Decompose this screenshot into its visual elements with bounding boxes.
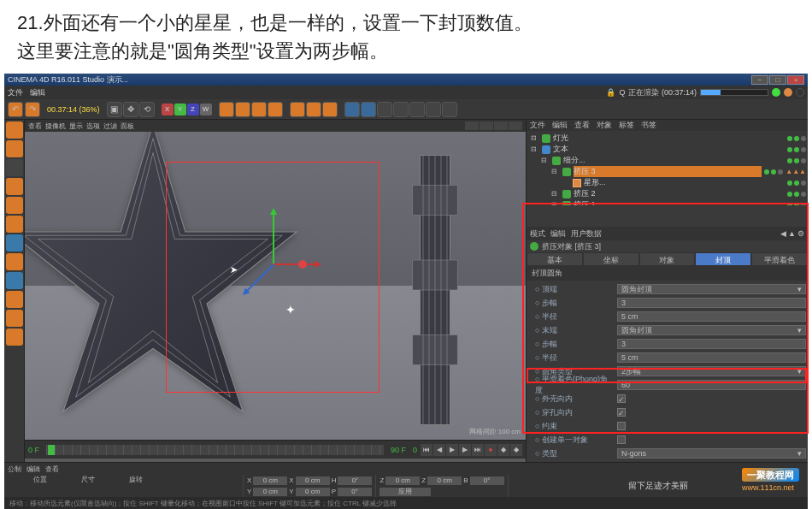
attr-field[interactable]: 圆角封顶▾ xyxy=(617,325,806,335)
panel-tab[interactable]: 标签 xyxy=(619,120,634,131)
playhead[interactable] xyxy=(48,445,55,455)
pos-z[interactable]: 0 cm xyxy=(385,476,420,485)
deformer-button[interactable] xyxy=(393,102,409,117)
checkbox[interactable]: ✓ xyxy=(617,408,626,417)
mode-button[interactable] xyxy=(6,272,23,289)
close-button[interactable]: × xyxy=(787,75,804,85)
attr-menu[interactable]: 编辑 xyxy=(550,228,566,240)
select-tool[interactable]: ▣ xyxy=(107,102,122,117)
render-button[interactable] xyxy=(322,102,338,117)
attr-field[interactable]: 圆角封顶▾ xyxy=(617,284,806,294)
axis-y[interactable]: Y xyxy=(174,104,186,115)
render-button[interactable] xyxy=(290,102,305,117)
key-button[interactable]: ◆ xyxy=(497,444,509,456)
redo-button[interactable]: ↷ xyxy=(25,102,40,117)
up-icon[interactable]: ▲ xyxy=(788,229,796,238)
texture-mode[interactable] xyxy=(6,140,23,157)
object-row[interactable]: 星形... xyxy=(528,177,806,188)
pos-x[interactable]: 0 cm xyxy=(253,476,287,485)
rot-h[interactable]: 0° xyxy=(338,476,372,485)
size-z[interactable]: 0 cm xyxy=(427,476,462,485)
tab-caps[interactable]: 封顶 xyxy=(695,252,751,266)
vp-menu[interactable]: 摄像机 xyxy=(45,121,66,131)
goto-start[interactable]: ⏮ xyxy=(421,444,432,456)
tab-object[interactable]: 对象 xyxy=(639,252,696,266)
3d-viewport[interactable]: ➤ ✦ 网格间距 100 cm xyxy=(25,132,526,440)
panel-tab[interactable]: 对象 xyxy=(597,120,612,131)
tool-mode[interactable] xyxy=(6,216,23,233)
attr-field[interactable]: 2步幅▾ xyxy=(617,366,806,376)
tab-coord[interactable]: 坐标 xyxy=(583,252,639,266)
panel-tab[interactable]: 查看 xyxy=(574,120,590,131)
next-frame[interactable]: ▶ xyxy=(459,444,471,456)
render-button[interactable] xyxy=(306,102,321,117)
checkbox[interactable] xyxy=(617,422,626,430)
attr-field[interactable]: 60 xyxy=(617,380,806,390)
axis-x[interactable]: X xyxy=(162,104,174,115)
object-row[interactable]: ⊟细分... xyxy=(528,155,806,166)
vp-menu[interactable]: 面板 xyxy=(121,121,134,131)
search-icon[interactable]: Q xyxy=(619,88,625,97)
light-button[interactable] xyxy=(426,102,441,117)
key-button[interactable]: ◆ xyxy=(510,444,522,456)
rot-p[interactable]: 0° xyxy=(338,488,372,496)
camera-button[interactable] xyxy=(409,102,425,117)
prev-frame[interactable]: ◀ xyxy=(433,444,445,456)
undo-button[interactable]: ↶ xyxy=(8,102,23,117)
object-row[interactable]: ⊟挤压 2 xyxy=(528,188,806,199)
mode-button[interactable] xyxy=(6,291,23,308)
apply-button[interactable]: 应用 xyxy=(380,488,431,496)
gizmo-handle[interactable] xyxy=(298,260,307,269)
panel-tab[interactable]: 书签 xyxy=(641,120,656,131)
gizmo-y-axis[interactable] xyxy=(273,213,274,264)
tool-button[interactable] xyxy=(219,102,234,117)
vp-menu[interactable]: 显示 xyxy=(69,121,83,131)
rot-b[interactable]: 0° xyxy=(470,476,504,485)
maximize-button[interactable]: □ xyxy=(769,75,786,85)
mode-button[interactable] xyxy=(6,253,23,270)
size-x[interactable]: 0 cm xyxy=(296,476,330,485)
axis-z[interactable]: Z xyxy=(187,104,199,115)
vp-layout-icon[interactable] xyxy=(494,121,508,130)
timeline-track[interactable] xyxy=(46,445,384,455)
tab-basic[interactable]: 基本 xyxy=(527,252,583,266)
mode-button[interactable] xyxy=(6,328,23,346)
rotate-tool[interactable]: ⟲ xyxy=(139,102,155,117)
attr-field[interactable]: N-gons▾ xyxy=(617,448,806,459)
checkbox[interactable] xyxy=(617,435,626,444)
vp-layout-icon[interactable] xyxy=(480,121,493,130)
tab-phong[interactable]: 平滑着色(Phong) xyxy=(751,252,808,266)
attr-field[interactable]: 3 xyxy=(617,298,806,308)
tool-button[interactable] xyxy=(251,102,267,117)
gizmo-x-axis[interactable] xyxy=(274,263,316,265)
point-mode[interactable] xyxy=(6,159,23,176)
scene-button[interactable] xyxy=(442,102,457,117)
pos-y[interactable]: 0 cm xyxy=(253,488,287,496)
nav-back-icon[interactable]: ◀ xyxy=(780,229,786,238)
panel-tab[interactable]: 编辑 xyxy=(552,120,568,131)
vp-layout-icon[interactable] xyxy=(465,121,479,130)
vp-layout-icon[interactable] xyxy=(509,121,522,130)
panel-tab[interactable]: 文件 xyxy=(530,120,545,131)
spline-button[interactable] xyxy=(361,102,376,117)
attr-menu[interactable]: 用户数据 xyxy=(571,228,602,240)
generator-button[interactable] xyxy=(377,102,392,117)
vp-menu[interactable]: 选项 xyxy=(86,121,100,131)
function-icon[interactable]: ⚙ xyxy=(797,229,804,238)
object-row[interactable]: ⊟挤压 3▲▲▲ xyxy=(528,166,806,177)
size-y[interactable]: 0 cm xyxy=(296,488,330,496)
axis-w[interactable]: W xyxy=(200,104,212,115)
tool-button[interactable] xyxy=(235,102,250,117)
attr-field[interactable]: 3 xyxy=(617,339,806,349)
attr-field[interactable]: 5 cm xyxy=(617,311,806,322)
menu-item[interactable]: 文件 xyxy=(8,87,23,98)
attr-menu[interactable]: 模式 xyxy=(530,228,545,240)
menu-item[interactable]: 编辑 xyxy=(30,87,45,98)
edge-mode[interactable] xyxy=(6,178,23,195)
object-row[interactable]: ⊟灯光 xyxy=(528,133,806,144)
polygon-mode[interactable] xyxy=(6,197,23,214)
tool-button[interactable] xyxy=(268,102,283,117)
vp-menu[interactable]: 过滤 xyxy=(103,121,117,131)
record-button[interactable]: ● xyxy=(485,444,497,456)
vp-menu[interactable]: 查看 xyxy=(28,121,42,131)
